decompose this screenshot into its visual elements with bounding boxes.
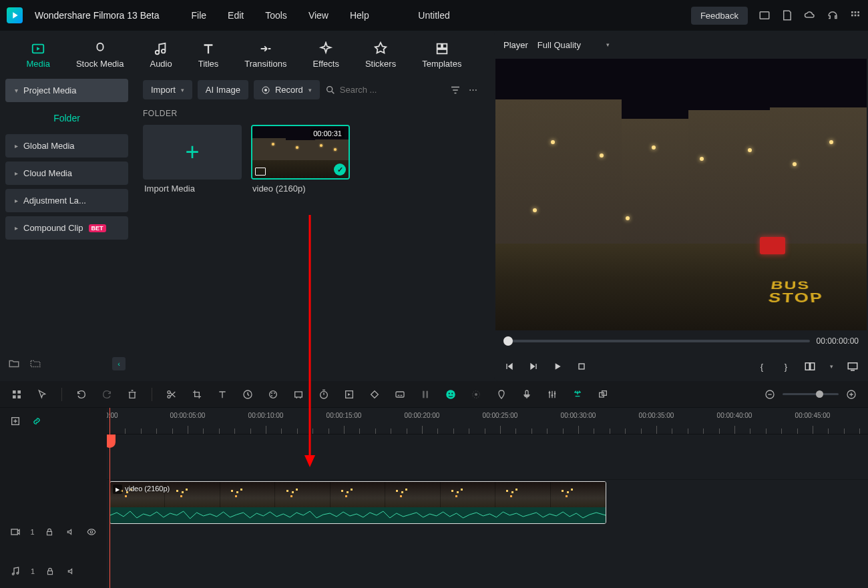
menu-file[interactable]: File	[192, 10, 207, 21]
delete-icon[interactable]	[126, 388, 138, 400]
more-icon[interactable]: ⋯	[467, 84, 479, 96]
link-icon[interactable]	[31, 415, 43, 427]
menu-view[interactable]: View	[308, 10, 329, 21]
menu-tools[interactable]: Tools	[265, 10, 287, 21]
keyframe-icon[interactable]	[369, 388, 381, 400]
tab-media[interactable]: Media	[21, 39, 55, 71]
timer-icon[interactable]	[318, 388, 330, 400]
svg-rect-18	[13, 390, 16, 394]
lock-icon[interactable]	[44, 526, 55, 538]
folder-header: FOLDER	[143, 109, 479, 118]
track-icon[interactable]	[343, 388, 355, 400]
filter-icon[interactable]	[449, 84, 461, 96]
tab-stock-media[interactable]: Stock Media	[71, 39, 130, 71]
mute-icon[interactable]	[65, 526, 76, 538]
video-track-icon[interactable]	[9, 526, 21, 538]
playhead[interactable]	[110, 408, 110, 588]
sidebar-compound-clip[interactable]: ▸Compound ClipBET	[5, 216, 128, 240]
fullscreen-icon[interactable]	[847, 360, 859, 372]
sidebar-project-media[interactable]: ▾Project Media	[5, 79, 128, 102]
feedback-button[interactable]: Feedback	[691, 7, 748, 25]
render-icon[interactable]	[419, 388, 431, 400]
stop-icon[interactable]	[576, 360, 588, 372]
folder-label[interactable]: Folder	[5, 106, 128, 130]
tab-audio[interactable]: Audio	[144, 39, 177, 71]
ai-icon[interactable]	[445, 388, 457, 400]
mic-icon[interactable]	[521, 388, 533, 400]
magnet-icon[interactable]	[572, 388, 584, 400]
marker-icon[interactable]	[495, 388, 507, 400]
prev-frame-icon[interactable]	[503, 360, 515, 372]
headset-icon[interactable]	[827, 9, 839, 21]
timeline-clip[interactable]: ▶ video (2160p)	[110, 481, 606, 524]
adjust-icon[interactable]	[292, 388, 304, 400]
mute-audio-icon[interactable]	[65, 565, 77, 577]
preview-panel: Player Full Quality▾ BUSSTOP 00:00:00:00	[494, 31, 868, 381]
import-button[interactable]: Import▾	[143, 80, 192, 99]
preview-viewport[interactable]: BUSSTOP	[495, 59, 867, 330]
redo-icon[interactable]	[101, 388, 113, 400]
app-logo	[7, 7, 23, 23]
tab-stickers[interactable]: Stickers	[360, 39, 401, 71]
layout-icon[interactable]	[758, 9, 771, 21]
play-forward-icon[interactable]	[527, 360, 539, 372]
undo-icon[interactable]	[75, 388, 87, 400]
quality-select[interactable]: Full Quality▾	[537, 40, 610, 50]
speed-icon[interactable]	[242, 388, 254, 400]
lock-audio-icon[interactable]	[44, 565, 56, 577]
svg-rect-21	[17, 395, 21, 398]
audio-track-icon[interactable]	[9, 565, 21, 577]
scrub-head[interactable]	[503, 336, 513, 346]
svg-rect-20	[13, 395, 16, 398]
record-button[interactable]: Record▾	[254, 80, 320, 99]
folder-link-icon[interactable]	[29, 358, 41, 370]
sidebar-global-media[interactable]: ▸Global Media	[5, 134, 128, 158]
mixer-icon[interactable]	[546, 388, 558, 400]
tab-effects[interactable]: Effects	[307, 39, 345, 71]
ai-image-button[interactable]: AI Image	[198, 80, 248, 99]
menu-edit[interactable]: Edit	[228, 10, 244, 21]
tab-templates[interactable]: Templates	[417, 39, 467, 71]
tab-transitions[interactable]: Transitions	[239, 39, 292, 71]
sidebar-adjustment-layer[interactable]: ▸Adjustment La...	[5, 189, 128, 212]
apps-icon[interactable]	[11, 388, 23, 400]
group-icon[interactable]	[597, 388, 609, 400]
subtitle-icon[interactable]	[394, 388, 406, 400]
select-tool-icon[interactable]	[36, 388, 48, 400]
mark-in-icon[interactable]: {	[756, 360, 768, 372]
compare-dropdown-icon[interactable]: ▾	[828, 360, 835, 372]
collapse-sidebar-button[interactable]: ‹	[112, 357, 126, 370]
sidebar-cloud-media[interactable]: ▸Cloud Media	[5, 162, 128, 185]
import-media-label: Import Media	[143, 184, 242, 194]
zoom-out-icon[interactable]	[764, 388, 776, 400]
scrub-track[interactable]	[503, 340, 810, 342]
grid-icon[interactable]	[849, 9, 861, 21]
compare-icon[interactable]	[804, 360, 816, 372]
audio-track[interactable]	[107, 525, 868, 559]
effects-tl-icon[interactable]	[470, 388, 482, 400]
import-media-tile[interactable]: +	[143, 125, 242, 180]
timeline-ruler[interactable]: 00:0000:00:05:0000:00:10:0000:00:15:0000…	[107, 408, 868, 434]
video-track[interactable]: ▶ video (2160p)	[107, 480, 868, 525]
mark-out-icon[interactable]: }	[780, 360, 792, 372]
color-icon[interactable]	[267, 388, 279, 400]
text-icon[interactable]	[216, 388, 228, 400]
crop-icon[interactable]	[191, 388, 203, 400]
zoom-in-icon[interactable]	[845, 388, 857, 400]
play-icon[interactable]	[552, 360, 564, 372]
main-menu: File Edit Tools View Help	[192, 10, 369, 21]
add-track-icon[interactable]	[9, 415, 21, 427]
empty-track[interactable]	[107, 434, 868, 480]
search-input[interactable]	[340, 85, 400, 95]
save-icon[interactable]	[781, 9, 793, 21]
stickers-icon	[373, 41, 388, 56]
eye-icon[interactable]	[86, 526, 97, 538]
zoom-slider[interactable]	[783, 393, 839, 395]
split-icon[interactable]	[166, 388, 178, 400]
video-clip-tile[interactable]: 00:00:31 ✓	[251, 125, 350, 180]
new-folder-icon[interactable]	[8, 358, 20, 370]
menu-help[interactable]: Help	[350, 10, 369, 21]
media-tabs: Media Stock Media Audio Titles Transitio…	[0, 31, 488, 73]
cloud-icon[interactable]	[804, 9, 816, 21]
tab-titles[interactable]: Titles	[193, 39, 224, 71]
